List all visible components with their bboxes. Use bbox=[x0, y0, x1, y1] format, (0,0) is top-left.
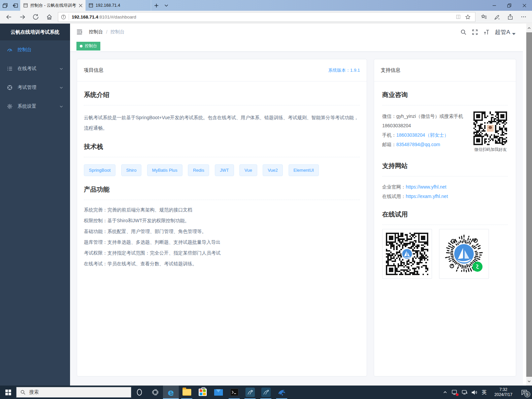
taskbar-app-mysql[interactable] bbox=[274, 386, 290, 399]
tab-preview-icon[interactable] bbox=[0, 0, 10, 11]
more-options-icon[interactable] bbox=[517, 11, 530, 23]
fullscreen-icon[interactable] bbox=[469, 24, 481, 40]
feature-item: 权限控制：基于Shiro和JWT开发的权限控制功能。 bbox=[84, 215, 360, 226]
red-dot-badge bbox=[456, 393, 459, 396]
email-line: 邮箱：835487894@qq.com bbox=[382, 140, 469, 149]
taskbar-app-dbtool-2[interactable] bbox=[258, 386, 274, 399]
hub-favorites-icon[interactable] bbox=[477, 11, 491, 23]
home-button[interactable] bbox=[42, 11, 56, 23]
sidebar-item-label: 在线考试 bbox=[18, 66, 36, 72]
app-main: 项目信息 系统版本：1.9.1 系统介绍 云帆考试系统是一款基于SpringBo… bbox=[70, 52, 523, 386]
page-scrollbar[interactable] bbox=[526, 24, 532, 386]
set-tabs-aside-icon[interactable] bbox=[10, 0, 20, 11]
section-title-trial: 在线试用 bbox=[382, 210, 508, 225]
cortana-button[interactable] bbox=[131, 386, 147, 399]
section-title-intro: 系统介绍 bbox=[84, 91, 360, 105]
official-site-link[interactable]: https://www.yfhl.net bbox=[406, 184, 446, 190]
tag-dashboard[interactable]: 控制台 bbox=[76, 42, 100, 51]
taskbar-app-cmd[interactable] bbox=[226, 386, 242, 399]
new-tab-button[interactable] bbox=[151, 0, 161, 11]
trial-qr-row bbox=[382, 229, 508, 279]
taskbar-app-dbtool-1[interactable] bbox=[242, 386, 258, 399]
restore-button[interactable] bbox=[502, 0, 517, 11]
input-language-indicator[interactable]: 英 bbox=[479, 386, 489, 399]
browser-tab-2[interactable]: 192.168.71.4 bbox=[86, 0, 151, 11]
feature-item: 题库管理：支持单选题、多选题、判断题、支持试题批量导入导出 bbox=[84, 237, 360, 247]
project-info-card: 项目信息 系统版本：1.9.1 系统介绍 云帆考试系统是一款基于SpringBo… bbox=[77, 59, 367, 376]
compass-icon bbox=[7, 85, 13, 91]
app-logo-title: 云帆在线培训考试系统 bbox=[0, 24, 70, 40]
sidebar-item-exam-manage[interactable]: 考试管理 bbox=[0, 78, 70, 97]
refresh-button[interactable] bbox=[29, 11, 42, 23]
tab-close-icon[interactable] bbox=[79, 4, 82, 7]
sidebar-item-dashboard[interactable]: 控制台 bbox=[0, 40, 70, 59]
feature-item: 在线考试：学员在线考试、查看分数、考试错题训练。 bbox=[84, 258, 360, 269]
browser-tab-active[interactable]: 控制台 - 云帆在线培训考试系统 bbox=[20, 0, 86, 11]
taskbar-app-edge[interactable]: e bbox=[163, 386, 179, 399]
sidebar-toggle-icon[interactable] bbox=[70, 24, 89, 40]
system-tray: 英 7:32 2024/7/17 5 bbox=[440, 386, 532, 399]
scroll-down-icon[interactable] bbox=[526, 377, 532, 386]
font-size-icon[interactable] bbox=[481, 24, 492, 40]
scrollbar-thumb[interactable] bbox=[526, 32, 532, 377]
search-icon[interactable] bbox=[458, 24, 469, 40]
chevron-down-icon bbox=[59, 104, 63, 108]
share-icon[interactable] bbox=[504, 11, 517, 23]
back-button[interactable] bbox=[2, 11, 15, 23]
tech-tag: Vue2 bbox=[263, 164, 283, 176]
action-center-button[interactable]: 5 bbox=[518, 386, 531, 399]
close-window-button[interactable] bbox=[517, 0, 532, 11]
scroll-up-icon[interactable] bbox=[526, 24, 532, 32]
notification-count-badge: 5 bbox=[524, 391, 530, 397]
site-info-icon[interactable] bbox=[61, 14, 69, 20]
trial-site-link[interactable]: https://exam.yfhl.net bbox=[406, 194, 448, 199]
sidebar-item-online-exam[interactable]: 在线考试 bbox=[0, 59, 70, 78]
tech-tag: Vue bbox=[239, 164, 257, 176]
taskbar-app-explorer[interactable] bbox=[179, 386, 195, 399]
window-controls bbox=[487, 0, 532, 11]
taskbar-app-mail[interactable] bbox=[210, 386, 226, 399]
reading-view-icon[interactable] bbox=[454, 14, 463, 20]
hidden-icons-chevron[interactable] bbox=[440, 386, 450, 399]
user-menu[interactable]: 超管A bbox=[495, 28, 518, 36]
qr-caption: 微信扫码加我好友 bbox=[473, 147, 508, 153]
wechat-contact-qr bbox=[473, 111, 507, 145]
network-icon[interactable] bbox=[460, 386, 469, 399]
forward-button[interactable] bbox=[15, 11, 29, 23]
system-version: 系统版本：1.9.1 bbox=[328, 67, 360, 73]
phone-link[interactable]: 18603038204（郭女士） bbox=[396, 132, 449, 138]
start-button[interactable] bbox=[0, 386, 16, 399]
tab-list-dropdown-icon[interactable] bbox=[161, 0, 171, 11]
tab-title: 控制台 - 云帆在线培训考试系统 bbox=[30, 3, 76, 8]
miniprogram-code-box bbox=[439, 229, 489, 279]
site-line: 企业官网：https://www.yfhl.net bbox=[382, 182, 508, 192]
web-page: 云帆在线培训考试系统 控制台 在线考试 考试管理 bbox=[0, 24, 532, 386]
favorite-star-icon[interactable] bbox=[463, 14, 472, 20]
phone-line: 手机：18603038204（郭女士） bbox=[382, 130, 469, 140]
web-note-pen-icon[interactable] bbox=[491, 11, 504, 23]
chevron-down-icon bbox=[59, 86, 63, 90]
username: 超管A bbox=[495, 28, 510, 36]
taskbar-search-input[interactable]: 搜索 bbox=[16, 387, 131, 398]
section-title-consult: 商业咨询 bbox=[382, 91, 508, 105]
email-link[interactable]: 835487894@qq.com bbox=[396, 142, 440, 147]
notification-sync-icon[interactable] bbox=[450, 386, 459, 399]
file-explorer-icon bbox=[182, 389, 191, 396]
tab-title: 192.168.71.4 bbox=[96, 3, 148, 8]
date: 2024/7/17 bbox=[491, 392, 516, 397]
site-links: 企业官网：https://www.yfhl.net 在线试用：https://e… bbox=[382, 182, 508, 201]
taskbar-clock[interactable]: 7:32 2024/7/17 bbox=[491, 387, 516, 397]
breadcrumb-item[interactable]: 控制台 bbox=[89, 29, 103, 35]
sailboat-logo bbox=[401, 248, 413, 260]
mail-icon bbox=[214, 389, 223, 396]
time: 7:32 bbox=[491, 387, 516, 392]
url-path: :8101/#/dashboard bbox=[98, 14, 136, 20]
task-view-button[interactable] bbox=[147, 386, 163, 399]
sidebar-item-system-settings[interactable]: 系统设置 bbox=[0, 97, 70, 116]
wechat-line: 微信：gyh_yinzi（微信号）或搜索手机 18603038204 bbox=[382, 111, 469, 130]
minimize-button[interactable] bbox=[487, 0, 502, 11]
volume-icon[interactable] bbox=[470, 386, 479, 399]
url-field[interactable]: 192.168.71.4:8101/#/dashboard bbox=[58, 12, 475, 22]
support-info-card: 支持信息 商业咨询 微信：gyh_yinzi（微信号）或搜索手机 1860303… bbox=[374, 59, 516, 376]
taskbar-app-store[interactable] bbox=[195, 386, 210, 399]
